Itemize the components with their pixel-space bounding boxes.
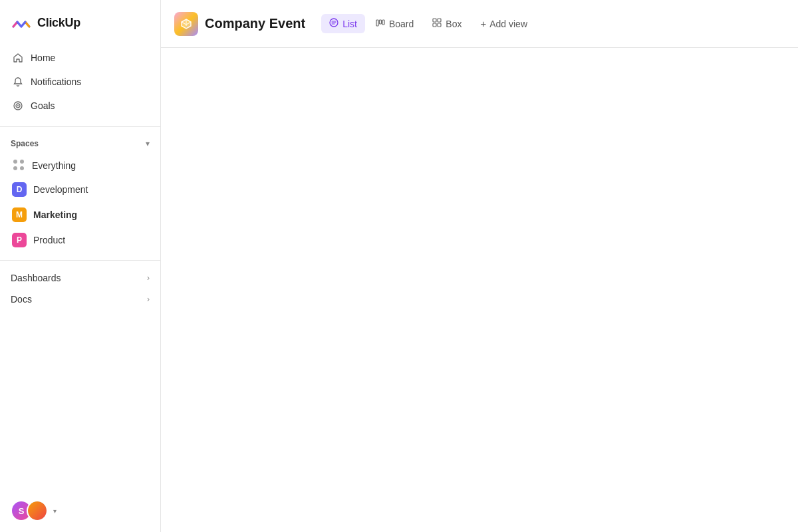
tab-board[interactable]: Board bbox=[368, 14, 422, 33]
svg-rect-8 bbox=[438, 19, 441, 22]
content-area bbox=[161, 48, 798, 532]
tab-list-label: List bbox=[342, 19, 357, 29]
svg-rect-4 bbox=[376, 20, 378, 26]
project-icon bbox=[174, 12, 198, 36]
chevron-right-icon: › bbox=[147, 273, 150, 283]
sidebar-item-goals-label: Goals bbox=[31, 100, 55, 111]
app-name: ClickUp bbox=[37, 16, 80, 30]
board-icon bbox=[376, 18, 385, 29]
sidebar: ClickUp Home Notifications bbox=[0, 0, 161, 532]
marketing-label: Marketing bbox=[33, 209, 77, 220]
svg-rect-10 bbox=[438, 23, 441, 27]
sidebar-item-notifications-label: Notifications bbox=[31, 76, 81, 87]
sidebar-footer: S ▾ bbox=[0, 489, 160, 532]
spaces-label: Spaces bbox=[11, 139, 39, 148]
everything-label: Everything bbox=[32, 160, 76, 171]
sidebar-item-home[interactable]: Home bbox=[5, 47, 155, 69]
marketing-avatar: M bbox=[12, 207, 27, 222]
add-view-label: Add view bbox=[489, 19, 527, 29]
bell-icon bbox=[12, 76, 24, 88]
avatar-dropdown-icon[interactable]: ▾ bbox=[53, 507, 57, 515]
sidebar-item-everything[interactable]: Everything bbox=[5, 155, 155, 176]
add-view-button[interactable]: + Add view bbox=[472, 14, 535, 33]
sidebar-item-home-label: Home bbox=[31, 53, 55, 63]
view-tabs: List Board bbox=[321, 14, 535, 33]
sidebar-item-notifications[interactable]: Notifications bbox=[5, 70, 155, 93]
clickup-logo-icon bbox=[11, 12, 32, 33]
sidebar-nav: Home Notifications Goals bbox=[0, 44, 160, 120]
topbar: Company Event List bbox=[161, 0, 798, 48]
spaces-header[interactable]: Spaces ▾ bbox=[0, 134, 160, 154]
product-label: Product bbox=[33, 235, 65, 245]
plus-icon: + bbox=[480, 18, 486, 29]
chevron-right-icon-2: › bbox=[147, 295, 150, 304]
development-avatar: D bbox=[12, 182, 27, 197]
spaces-list: Everything D Development M Marketing P P… bbox=[0, 154, 160, 253]
sidebar-item-dashboards[interactable]: Dashboards › bbox=[0, 267, 160, 289]
everything-dots-icon bbox=[13, 160, 25, 172]
svg-rect-9 bbox=[433, 23, 436, 27]
development-label: Development bbox=[33, 184, 88, 195]
tab-board-label: Board bbox=[389, 19, 414, 29]
svg-rect-7 bbox=[433, 19, 436, 22]
logo[interactable]: ClickUp bbox=[0, 0, 160, 44]
svg-rect-5 bbox=[379, 20, 381, 24]
svg-rect-6 bbox=[382, 20, 384, 25]
project-title: Company Event bbox=[205, 16, 305, 31]
sidebar-item-product[interactable]: P Product bbox=[5, 228, 155, 252]
svg-point-2 bbox=[17, 105, 19, 106]
docs-label: Docs bbox=[11, 294, 32, 305]
sidebar-item-development[interactable]: D Development bbox=[5, 178, 155, 201]
dashboards-label: Dashboards bbox=[11, 273, 61, 283]
tab-box-label: Box bbox=[446, 19, 462, 29]
sidebar-divider bbox=[0, 126, 160, 127]
sidebar-item-goals[interactable]: Goals bbox=[5, 94, 155, 117]
product-avatar: P bbox=[12, 233, 27, 247]
main-content: Company Event List bbox=[161, 0, 798, 532]
list-icon bbox=[329, 18, 338, 29]
avatar-stack[interactable]: S bbox=[11, 500, 48, 521]
avatar-photo bbox=[27, 500, 48, 521]
goals-icon bbox=[12, 100, 24, 112]
sidebar-item-marketing[interactable]: M Marketing bbox=[5, 203, 155, 227]
tab-box[interactable]: Box bbox=[424, 14, 469, 33]
sidebar-item-docs[interactable]: Docs › bbox=[0, 289, 160, 310]
sidebar-divider-2 bbox=[0, 260, 160, 261]
tab-list[interactable]: List bbox=[321, 14, 365, 33]
box-icon bbox=[432, 18, 442, 29]
chevron-down-icon: ▾ bbox=[146, 139, 150, 148]
home-icon bbox=[12, 52, 24, 64]
